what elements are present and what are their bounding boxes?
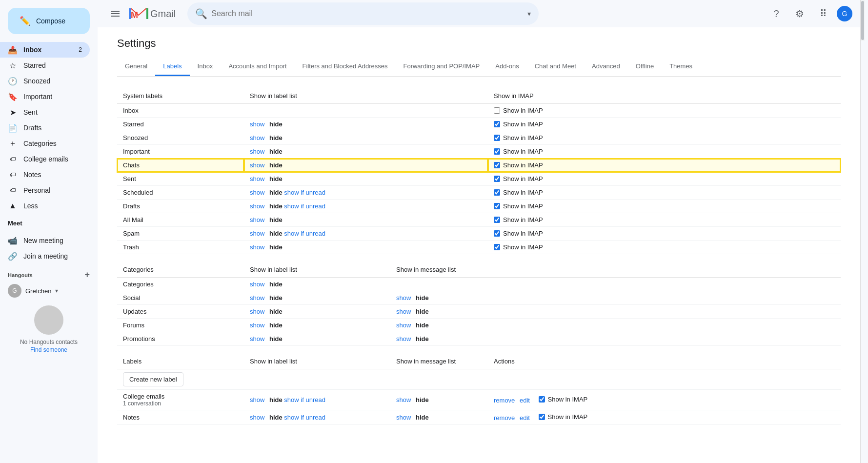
tab-inbox[interactable]: Inbox: [190, 58, 221, 76]
search-bar[interactable]: 🔍 ▾: [187, 2, 539, 25]
imap-checkbox[interactable]: [494, 244, 500, 250]
hangouts-user[interactable]: G Gretchen ▾: [8, 284, 90, 298]
hangouts-empty-avatar: [34, 305, 63, 335]
settings-button[interactable]: ⚙: [790, 4, 809, 23]
scrollbar-thumb[interactable]: [861, 1, 864, 40]
imap-checkbox[interactable]: [494, 203, 500, 209]
sidebar-item-drafts[interactable]: 📄 Drafts: [0, 120, 90, 136]
sidebar-item-snoozed[interactable]: 🕐 Snoozed: [0, 73, 90, 89]
svg-rect-0: [111, 11, 120, 12]
imap-checkbox[interactable]: [539, 396, 545, 403]
remove-link[interactable]: remove: [494, 414, 515, 422]
show-link[interactable]: show: [250, 322, 264, 329]
sidebar-item-inbox[interactable]: 📥 Inbox 2: [0, 42, 90, 58]
show-msg-link[interactable]: show: [396, 308, 411, 315]
show-msg-link[interactable]: show: [396, 322, 411, 329]
compose-button[interactable]: ✏️ Compose: [8, 8, 90, 34]
show-if-unread-link[interactable]: show if unread: [284, 189, 325, 196]
show-link[interactable]: show: [250, 216, 264, 223]
imap-checkbox[interactable]: [494, 121, 500, 127]
menu-icon[interactable]: [105, 4, 125, 23]
tab-advanced[interactable]: Advanced: [584, 58, 628, 76]
tab-accounts[interactable]: Accounts and Import: [221, 58, 294, 76]
show-if-unread-link[interactable]: show if unread: [284, 396, 325, 403]
tab-addons[interactable]: Add-ons: [487, 58, 526, 76]
hangouts-find-link[interactable]: Find someone: [30, 346, 67, 353]
sidebar-item-starred[interactable]: ☆ Starred: [0, 58, 90, 73]
show-msg-link[interactable]: show: [396, 294, 411, 302]
imap-checkbox[interactable]: [494, 107, 500, 114]
show-link[interactable]: show: [250, 396, 264, 403]
tab-filters[interactable]: Filters and Blocked Addresses: [295, 58, 396, 76]
gmail-logo: M Gmail: [129, 6, 176, 21]
imap-checkbox[interactable]: [494, 162, 500, 168]
show-in-message-list-col-header: Show in message list: [390, 262, 841, 278]
tab-forwarding[interactable]: Forwarding and POP/IMAP: [395, 58, 487, 76]
show-link[interactable]: show: [250, 148, 264, 155]
show-msg-link[interactable]: show: [396, 335, 411, 342]
show-msg-link[interactable]: show: [396, 396, 411, 403]
show-link[interactable]: show: [250, 230, 264, 237]
show-link[interactable]: show: [250, 175, 264, 182]
imap-label: Show in IMAP: [503, 216, 543, 223]
imap-checkbox[interactable]: [494, 148, 500, 155]
sidebar-item-sent[interactable]: ➤ Sent: [0, 104, 90, 120]
sidebar-item-college-emails[interactable]: 🏷 College emails: [0, 151, 90, 167]
show-link[interactable]: show: [250, 308, 264, 315]
edit-link[interactable]: edit: [520, 414, 530, 422]
scrollbar-track[interactable]: [861, 0, 865, 41]
help-button[interactable]: ?: [767, 4, 786, 23]
add-hangout-icon[interactable]: +: [84, 270, 90, 280]
apps-button[interactable]: ⠿: [813, 4, 833, 23]
show-link[interactable]: show: [250, 294, 264, 302]
show-if-unread-link[interactable]: show if unread: [284, 230, 325, 237]
imap-checkbox[interactable]: [494, 189, 500, 196]
imap-checkbox[interactable]: [494, 135, 500, 141]
show-link[interactable]: show: [250, 134, 264, 141]
new-meeting-icon: 📹: [8, 236, 18, 245]
show-msg-link[interactable]: show: [396, 414, 411, 421]
table-row: Starred show hide Show in IMAP: [117, 118, 841, 131]
show-link[interactable]: show: [250, 161, 264, 169]
tab-labels[interactable]: Labels: [155, 58, 189, 76]
show-link[interactable]: show: [250, 202, 264, 210]
sidebar-item-new-meeting[interactable]: 📹 New meeting: [0, 233, 90, 248]
tab-general[interactable]: General: [117, 58, 155, 76]
imap-checkbox[interactable]: [494, 176, 500, 182]
imap-checkbox[interactable]: [494, 217, 500, 223]
tab-chat[interactable]: Chat and Meet: [527, 58, 584, 76]
label-name: Trash: [117, 241, 244, 254]
sidebar-item-categories[interactable]: ＋ Categories: [0, 136, 90, 151]
create-new-label-button[interactable]: Create new label: [123, 372, 183, 386]
hangouts-dropdown-icon[interactable]: ▾: [55, 287, 58, 294]
show-link[interactable]: show: [250, 189, 264, 196]
show-link[interactable]: show: [250, 121, 264, 128]
sidebar-item-important[interactable]: 🔖 Important: [0, 89, 90, 104]
show-link[interactable]: show: [250, 243, 264, 251]
tab-themes[interactable]: Themes: [662, 58, 700, 76]
label-name: College emails: [123, 393, 238, 400]
remove-link[interactable]: remove: [494, 397, 515, 404]
label-name: Starred: [117, 118, 244, 131]
show-link[interactable]: show: [250, 281, 264, 288]
sidebar-item-less[interactable]: ▲ Less: [0, 198, 90, 214]
tab-offline[interactable]: Offline: [628, 58, 662, 76]
sidebar-item-notes[interactable]: 🏷 Notes: [0, 167, 90, 182]
search-dropdown-icon[interactable]: ▾: [527, 10, 531, 18]
search-icon: 🔍: [195, 8, 207, 20]
hide-label: hide: [269, 134, 283, 141]
category-name: Promotions: [117, 332, 244, 346]
imap-checkbox[interactable]: [539, 414, 545, 420]
show-if-unread-link[interactable]: show if unread: [284, 414, 325, 421]
search-input[interactable]: [211, 9, 524, 18]
show-if-unread-link[interactable]: show if unread: [284, 202, 325, 210]
sidebar-item-personal[interactable]: 🏷 Personal: [0, 182, 90, 198]
edit-link[interactable]: edit: [520, 397, 530, 404]
imap-checkbox[interactable]: [494, 230, 500, 237]
show-link[interactable]: show: [250, 414, 264, 421]
avatar[interactable]: G: [837, 6, 852, 21]
sidebar-item-join-meeting[interactable]: 🔗 Join a meeting: [0, 248, 90, 264]
table-row-chats: Chats show hide Show in IMAP: [117, 159, 841, 172]
show-link[interactable]: show: [250, 335, 264, 342]
hide-label: hide: [269, 294, 283, 302]
